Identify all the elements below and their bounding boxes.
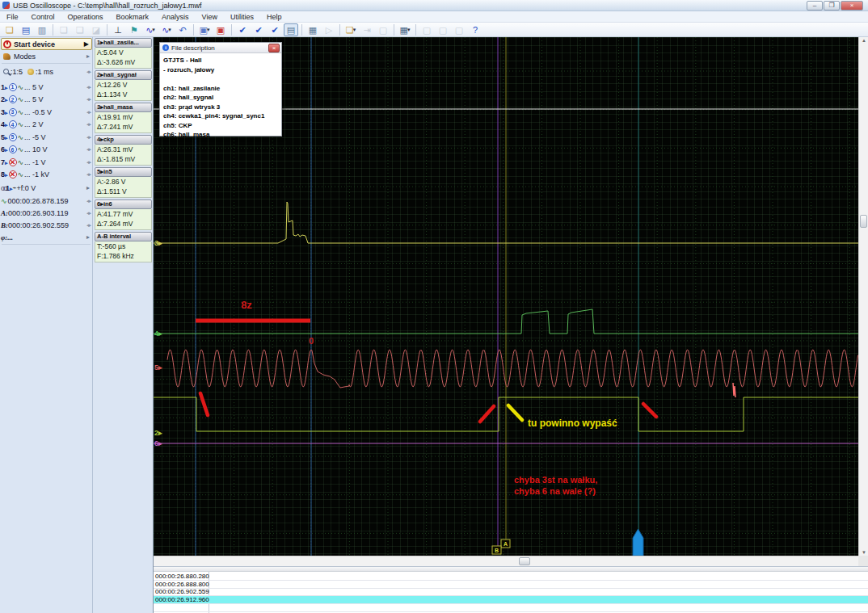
menu-item-analysis[interactable]: Analysis	[155, 11, 196, 23]
cursor-a-row[interactable]: A:000:00:26.903.119◂▸	[1, 207, 92, 219]
measurement-card-header[interactable]: 3▸hall_masa	[95, 103, 152, 112]
channel-4-toggle-icon[interactable]: 4	[9, 120, 17, 128]
bookmark-flag-icon[interactable]: ⚑	[127, 23, 141, 36]
channel-row-6[interactable]: 6▸6∿... 10 V◂▸	[1, 144, 92, 156]
channel-marker-3[interactable]: 3▸	[154, 239, 162, 247]
channel-7-range[interactable]: ... -1 V	[24, 158, 46, 166]
channel-4-range[interactable]: ... 2 V	[24, 120, 44, 128]
channel-row-4[interactable]: 4▸4∿... 2 V◂▸	[1, 119, 92, 131]
measurement-card-header[interactable]: A-B interval	[95, 232, 152, 241]
channel-3-toggle-icon[interactable]: 3	[9, 108, 17, 116]
channel-marker-5[interactable]: 5▸	[154, 363, 162, 372]
vertical-scrollbar[interactable]: ▲ ▼	[858, 37, 868, 556]
menu-item-help[interactable]: Help	[260, 11, 289, 23]
open-file-icon[interactable]: ❏	[2, 23, 17, 36]
folder-settings-icon[interactable]: ❏▾	[343, 23, 358, 36]
channel-marker-2[interactable]: 2▸	[154, 429, 162, 437]
measurement-card-header[interactable]: 2▸hall_sygnał	[95, 70, 152, 80]
title-bar[interactable]: USB Oscilloscope - C:\temp\hall\hall_roz…	[0, 0, 868, 11]
modes-button[interactable]: Modes▸	[1, 50, 92, 62]
bookmark-row[interactable]: 000:00:26.888.800	[154, 581, 868, 589]
save-file-icon[interactable]: ▤	[19, 23, 33, 36]
maximize-button[interactable]: ❐	[824, 1, 840, 10]
channel-2-toggle-icon[interactable]: 2	[9, 95, 17, 103]
vscroll-thumb[interactable]	[860, 215, 867, 228]
phase-row[interactable]: φ:...▸	[1, 231, 92, 243]
menu-item-control[interactable]: Control	[25, 11, 61, 23]
measure-tool-icon[interactable]: ⊥	[111, 23, 125, 36]
horizontal-scrollbar[interactable]	[154, 556, 858, 566]
channel-marker-4[interactable]: 4▸	[154, 330, 162, 338]
help-icon[interactable]: ?	[468, 23, 482, 36]
channel-row-2[interactable]: 2▸2∿... 5 V◂▸	[1, 94, 92, 106]
position-time-row[interactable]: ∿000:00:26.878.159◂▸	[1, 195, 92, 207]
measurement-card-values: A:41.77 mVΔ:7.264 mV	[95, 209, 152, 230]
file-description-toggle-icon[interactable]: ▤	[284, 23, 298, 36]
zoom-timebase-row[interactable]: :1:5:1 ms◂▸	[1, 65, 92, 78]
info-icon: i	[162, 44, 169, 51]
undo-icon[interactable]: ↶	[175, 23, 190, 36]
confirm-1-icon[interactable]: ✔	[235, 23, 250, 36]
channel-row-7[interactable]: 7▸∿... -1 V◂▸	[1, 156, 92, 168]
cursor-a-label: A:	[1, 209, 8, 217]
menu-item-utilities[interactable]: Utilities	[224, 11, 260, 23]
scrollbar-corner	[858, 556, 868, 566]
channel-row-5[interactable]: 5▸5∿... -5 V◂▸	[1, 131, 92, 143]
scroll-down-icon[interactable]: ▼	[859, 550, 868, 555]
popup-close-icon[interactable]: ×	[268, 44, 280, 52]
channel-5-toggle-icon[interactable]: 5	[9, 133, 17, 141]
trigger-row[interactable]: oo1▸⌁+f:0 V▸	[1, 182, 92, 194]
print-icon[interactable]: ▥	[35, 23, 49, 36]
scroll-up-icon[interactable]: ▲	[859, 38, 868, 43]
app-icon	[2, 2, 10, 9]
menu-item-file[interactable]: File	[0, 11, 25, 23]
signal-mode-2-icon[interactable]: ∿▾	[159, 23, 174, 36]
keypad-icon[interactable]: ▦▾	[398, 23, 412, 36]
channel-2-range[interactable]: ... 5 V	[24, 95, 44, 103]
popup-title-bar[interactable]: i File description ×	[160, 43, 281, 53]
menu-item-bookmark[interactable]: Bookmark	[110, 11, 156, 23]
channel-6-toggle-icon[interactable]: 6	[9, 145, 17, 153]
menu-item-view[interactable]: View	[196, 11, 224, 23]
trigger-level[interactable]: +f:0 V	[16, 184, 36, 192]
channel-3-range[interactable]: ... -0.5 V	[24, 108, 52, 116]
signal-mode-1-icon[interactable]: ∿▾	[143, 23, 158, 36]
channel-6-range[interactable]: ... 10 V	[24, 145, 48, 153]
display-close-icon[interactable]: ▣	[213, 23, 228, 36]
channel-marker-6[interactable]: 6▸	[154, 439, 162, 447]
bookmark-row[interactable]	[154, 604, 868, 612]
display-capture-icon[interactable]: ▣▾	[197, 23, 212, 36]
channel-8-toggle-icon[interactable]	[9, 170, 17, 178]
close-button[interactable]: ×	[841, 1, 863, 10]
bookmark-row[interactable]: 000:00:26.912.960	[154, 596, 868, 604]
confirm-3-icon[interactable]: ✔	[268, 23, 282, 36]
measurement-card-header[interactable]: 1▸hall_zasila...	[95, 38, 152, 48]
cursor-b-row[interactable]: B:000:00:26.902.559◂▸	[1, 219, 92, 231]
selection-tool-icon[interactable]: ▦	[305, 23, 320, 36]
menu-bar: FileControlOperationsBookmarkAnalysisVie…	[0, 11, 868, 23]
bookmark-row[interactable]: 000:00:26.902.559	[154, 588, 868, 596]
channel-5-range[interactable]: ... -5 V	[24, 133, 46, 141]
channel-row-1[interactable]: 1▸1∿... 5 V◂▸	[1, 81, 92, 93]
channel-row-8[interactable]: 8▸∿... -1 kV◂▸	[1, 169, 92, 181]
bookmark-row[interactable]: 000:00:26.880.280	[154, 573, 868, 581]
minimize-button[interactable]: –	[807, 1, 823, 10]
control-sidebar: Start device▶Modes▸:1:5:1 ms◂▸1▸1∿... 5 …	[0, 37, 93, 613]
start-device-button[interactable]: Start device▶	[1, 38, 92, 50]
hscroll-thumb[interactable]	[519, 557, 530, 565]
channel-row-3[interactable]: 3▸3∿... -0.5 V◂▸	[1, 106, 92, 118]
channel-7-toggle-icon[interactable]	[9, 158, 17, 166]
measurement-card-header[interactable]: 4▸ckp	[95, 135, 152, 145]
channel-1-range[interactable]: ... 5 V	[24, 83, 44, 91]
annotation-stroke-2	[480, 406, 494, 422]
channel-8-range[interactable]: ... -1 kV	[24, 170, 49, 178]
file-description-popup[interactable]: i File description × GTJTS - Hall- rozru…	[159, 42, 282, 136]
toolbar-separator	[53, 24, 53, 36]
measurement-card-header[interactable]: 5▸in5	[95, 167, 152, 177]
confirm-2-icon[interactable]: ✔	[251, 23, 266, 36]
send-tool-icon: ▷	[322, 23, 336, 36]
start-device-label: Start device	[14, 40, 55, 48]
channel-1-toggle-icon[interactable]: 1	[9, 83, 17, 91]
measurement-card-header[interactable]: 6▸in6	[95, 199, 152, 209]
menu-item-operations[interactable]: Operations	[61, 11, 110, 23]
